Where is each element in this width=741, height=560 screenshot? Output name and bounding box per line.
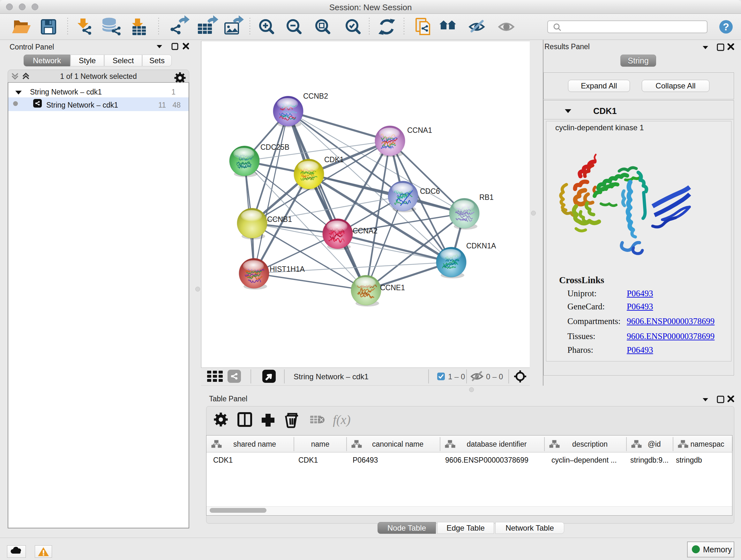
svg-text:CCNA2: CCNA2 [353,227,378,235]
svg-text:String Network – cdk1: String Network – cdk1 [293,372,368,381]
svg-text:name: name [311,440,330,448]
svg-text:0 – 0: 0 – 0 [486,372,503,381]
svg-text:CCNB1: CCNB1 [267,215,292,224]
svg-text:CCNE1: CCNE1 [380,284,405,292]
svg-text:description: description [572,440,608,448]
svg-text:canonical name: canonical name [372,440,423,448]
svg-text:CCNA1: CCNA1 [407,126,432,134]
svg-text:1 – 0: 1 – 0 [448,372,465,381]
svg-text:namespac: namespac [690,440,724,448]
svg-text:shared name: shared name [233,440,276,448]
svg-text:CDK1: CDK1 [324,155,344,164]
svg-text:?: ? [723,21,729,33]
svg-text:HIST1H1A: HIST1H1A [270,265,305,273]
svg-text:RB1: RB1 [479,193,494,201]
svg-text:f(x): f(x) [333,413,351,427]
svg-text:CDC6: CDC6 [420,187,440,195]
svg-text:@id: @id [648,440,661,448]
svg-text:database identifier: database identifier [467,440,527,448]
svg-text:CCNB2: CCNB2 [303,92,328,100]
svg-text:CDC25B: CDC25B [260,143,289,151]
svg-text:CDKN1A: CDKN1A [466,242,496,250]
